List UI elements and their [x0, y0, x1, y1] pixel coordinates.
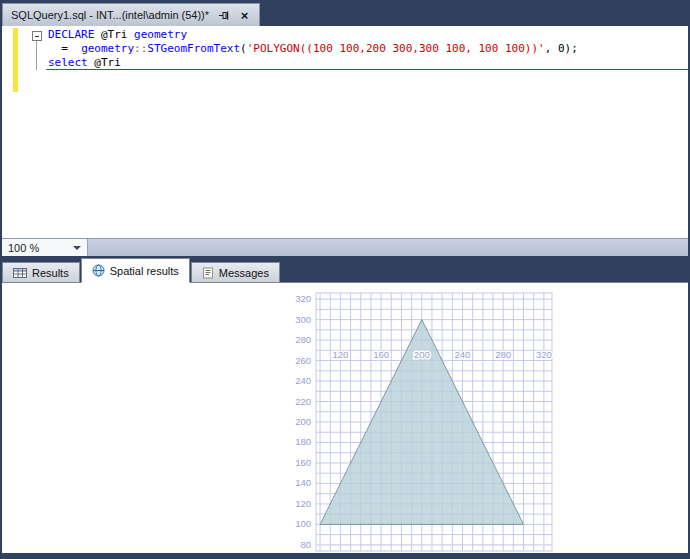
svg-text:220: 220: [295, 396, 311, 407]
zoom-control[interactable]: 100 %: [2, 239, 88, 256]
tab-messages[interactable]: Messages: [191, 262, 280, 283]
svg-text:240: 240: [295, 375, 311, 386]
close-icon[interactable]: ×: [238, 9, 251, 22]
svg-text:160: 160: [295, 457, 311, 468]
document-tab-title: SQLQuery1.sql - INT...(intel\admin (54))…: [11, 9, 209, 21]
svg-text:280: 280: [495, 349, 511, 360]
results-tab-bar: Results Spatial results Mes: [2, 258, 280, 283]
code-line[interactable]: DECLARE @Tri geometry: [48, 28, 578, 42]
spatial-chart-svg: 3203002802602402202001801601401201008012…: [276, 289, 556, 553]
code-token: DECLARE: [48, 28, 94, 41]
tab-spatial-results-label: Spatial results: [110, 265, 179, 277]
horizontal-scrollbar[interactable]: [88, 239, 688, 256]
code-token: geometry: [134, 28, 187, 41]
svg-text:320: 320: [536, 349, 552, 360]
separator-line: [46, 69, 688, 70]
code-token: =: [48, 42, 81, 55]
code-token: @Tri: [94, 28, 134, 41]
code-token: , 0);: [545, 42, 578, 55]
sql-editor[interactable]: DECLARE @Tri geometry = geometry::STGeom…: [2, 26, 688, 238]
svg-text:320: 320: [295, 293, 311, 304]
svg-text:160: 160: [373, 349, 389, 360]
svg-text:120: 120: [295, 498, 311, 509]
spatial-chart: 3203002802602402202001801601401201008012…: [276, 289, 556, 553]
svg-text:140: 140: [295, 477, 311, 488]
code-token: STGeomFromText: [147, 42, 240, 55]
code-token: ::: [134, 42, 147, 55]
svg-text:300: 300: [295, 314, 311, 325]
change-tracking-bar: [13, 28, 18, 92]
svg-text:80: 80: [300, 539, 311, 550]
code-token: geometry: [81, 42, 134, 55]
grid-icon: [13, 267, 27, 279]
tab-messages-label: Messages: [219, 267, 269, 279]
tab-results-label: Results: [32, 267, 69, 279]
code-token: select: [48, 56, 88, 69]
svg-text:200: 200: [414, 349, 430, 360]
document-tab[interactable]: SQLQuery1.sql - INT...(intel\admin (54))…: [2, 3, 260, 26]
close-icon-glyph: ×: [241, 9, 249, 22]
zoom-value: 100 %: [8, 242, 39, 254]
pin-icon[interactable]: [217, 9, 230, 22]
pin-icon-glyph: [218, 10, 229, 21]
svg-text:180: 180: [295, 436, 311, 447]
code-token: (: [240, 42, 247, 55]
svg-text:200: 200: [295, 416, 311, 427]
messages-icon: [202, 267, 214, 279]
code-token: @Tri: [88, 56, 121, 69]
editor-bottom-strip: 100 %: [2, 238, 688, 256]
spatial-results-pane: 3203002802602402202001801601401201008012…: [2, 282, 688, 553]
code-token: 'POLYGON((100 100,200 300,300 100, 100 1…: [247, 42, 545, 55]
document-tab-bar: SQLQuery1.sql - INT...(intel\admin (54))…: [0, 0, 690, 26]
svg-text:280: 280: [295, 334, 311, 345]
svg-text:100: 100: [295, 518, 311, 529]
outline-guide-line: [36, 41, 37, 70]
code-line[interactable]: select @Tri: [48, 56, 578, 70]
collapse-region-toggle[interactable]: [32, 31, 42, 41]
globe-icon: [92, 264, 105, 277]
svg-text:260: 260: [295, 355, 311, 366]
code-line[interactable]: = geometry::STGeomFromText('POLYGON((100…: [48, 42, 578, 56]
code-lines[interactable]: DECLARE @Tri geometry = geometry::STGeom…: [48, 28, 578, 70]
ssms-window: SQLQuery1.sql - INT...(intel\admin (54))…: [0, 0, 690, 559]
tab-results[interactable]: Results: [2, 262, 80, 283]
svg-text:240: 240: [455, 349, 471, 360]
chevron-down-icon: [73, 246, 81, 250]
tab-spatial-results[interactable]: Spatial results: [81, 258, 190, 283]
svg-text:120: 120: [332, 349, 348, 360]
